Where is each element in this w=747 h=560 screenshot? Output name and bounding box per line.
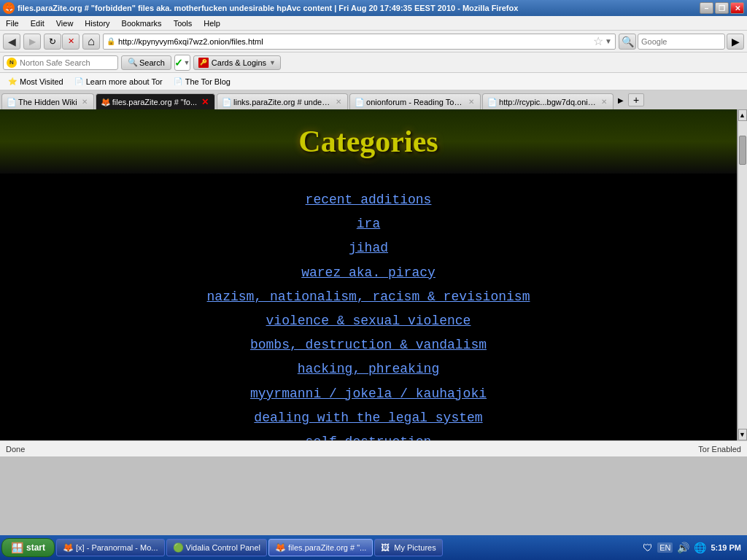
bookmark-learn-tor[interactable]: 📄 Learn more about Tor bbox=[69, 75, 167, 88]
start-label: start bbox=[26, 542, 45, 553]
tab-close-1[interactable]: ✕ bbox=[200, 96, 210, 108]
tab-title-2: links.paraZite.org # underg... bbox=[233, 98, 331, 106]
back-button[interactable]: ◀ bbox=[3, 34, 20, 50]
checkmark-icon: ✓ bbox=[174, 57, 183, 69]
tab-favicon-0: 📄 bbox=[7, 98, 15, 106]
cards-icon: 🔑 bbox=[198, 58, 209, 68]
taskbar-icon-0: 🦊 bbox=[63, 542, 73, 553]
check-dropdown-icon[interactable]: ▼ bbox=[183, 59, 190, 66]
tab-close-0[interactable]: ✕ bbox=[80, 97, 89, 106]
tab-0[interactable]: 📄 The Hidden Wiki ✕ bbox=[1, 93, 94, 109]
browser-content: Categories recent additions ira jihad wa… bbox=[0, 109, 747, 440]
start-button[interactable]: 🪟 start bbox=[1, 538, 55, 557]
home-button[interactable]: ⌂ bbox=[82, 34, 100, 50]
tab-close-2[interactable]: ✕ bbox=[334, 97, 343, 106]
cards-logins-label: Cards & Logins bbox=[212, 58, 266, 67]
taskbar-icon-3: 🖼 bbox=[381, 542, 391, 553]
taskbar-item-0[interactable]: 🦊 [x] - Paranormal - Mo... bbox=[56, 539, 164, 556]
tab-1[interactable]: 🦊 files.paraZite.org # "fo... ✕ bbox=[96, 93, 215, 109]
tray-language: EN bbox=[657, 542, 673, 553]
window-controls: – ❐ ✕ bbox=[700, 2, 744, 14]
bookmarks-bar: ⭐ Most Visited 📄 Learn more about Tor 📄 … bbox=[0, 73, 747, 90]
learn-tor-icon: 📄 bbox=[74, 77, 84, 87]
norton-search-box: N bbox=[3, 55, 118, 70]
tab-title-3: onionforum - Reading Topic... bbox=[366, 98, 464, 106]
taskbar-label-1: Vidalia Control Panel bbox=[186, 543, 261, 552]
bookmark-label-1: Learn more about Tor bbox=[86, 77, 163, 86]
page-header: Categories bbox=[0, 109, 737, 174]
tab-4[interactable]: 📄 http://rcypic...bgw7dq.onion/ ✕ bbox=[482, 93, 614, 109]
taskbar-item-2[interactable]: 🦊 files.paraZite.org # "... bbox=[268, 539, 373, 556]
taskbar: 🪟 start 🦊 [x] - Paranormal - Mo... 🟢 Vid… bbox=[0, 535, 747, 560]
bookmark-most-visited[interactable]: ⭐ Most Visited bbox=[3, 75, 68, 88]
bookmark-tor-blog[interactable]: 📄 The Tor Blog bbox=[169, 75, 235, 88]
window-title: files.paraZite.org # "forbidden" files a… bbox=[18, 4, 518, 12]
tor-enabled-text: Tor Enabled bbox=[698, 445, 741, 454]
taskbar-item-1[interactable]: 🟢 Vidalia Control Panel bbox=[166, 539, 268, 556]
link-warez[interactable]: warez aka. piracy bbox=[301, 261, 436, 285]
minimize-button[interactable]: – bbox=[700, 2, 713, 14]
menu-view[interactable]: View bbox=[53, 18, 77, 29]
scroll-track[interactable] bbox=[738, 121, 747, 429]
cards-logins-button[interactable]: 🔑 Cards & Logins ▼ bbox=[193, 55, 281, 70]
tab-2[interactable]: 📄 links.paraZite.org # underg... ✕ bbox=[217, 93, 348, 109]
link-self-destruction[interactable]: self-destruction bbox=[306, 430, 432, 440]
address-bar[interactable]: 🔒 ☆ ▼ bbox=[103, 34, 616, 50]
link-jihad[interactable]: jihad bbox=[349, 236, 388, 260]
tab-close-3[interactable]: ✕ bbox=[467, 97, 476, 106]
address-input[interactable] bbox=[118, 37, 593, 46]
close-button[interactable]: ✕ bbox=[730, 2, 744, 14]
tab-3[interactable]: 📄 onionforum - Reading Topic... ✕ bbox=[349, 93, 481, 109]
scrollbar: ▲ ▼ bbox=[737, 109, 747, 440]
search-button-go[interactable]: ▶ bbox=[727, 34, 744, 50]
address-dropdown-icon[interactable]: ▼ bbox=[605, 37, 612, 45]
green-check-button[interactable]: ✓ ▼ bbox=[174, 55, 190, 71]
tray-network-icon: 🌐 bbox=[694, 542, 706, 553]
restore-button[interactable]: ❐ bbox=[715, 2, 729, 14]
taskbar-items: 🦊 [x] - Paranormal - Mo... 🟢 Vidalia Con… bbox=[56, 539, 637, 556]
taskbar-label-3: My Pictures bbox=[394, 543, 436, 552]
menu-bar: File Edit View History Bookmarks Tools H… bbox=[0, 16, 747, 31]
tab-title-1: files.paraZite.org # "fo... bbox=[112, 98, 197, 106]
link-myyrmanni[interactable]: myyrmanni / jokela / kauhajoki bbox=[250, 382, 487, 406]
link-recent-additions[interactable]: recent additions bbox=[306, 188, 432, 212]
link-hacking[interactable]: hacking, phreaking bbox=[298, 357, 439, 381]
menu-tools[interactable]: Tools bbox=[171, 18, 196, 29]
scroll-down-button[interactable]: ▼ bbox=[738, 429, 747, 440]
tab-title-4: http://rcypic...bgw7dq.onion/ bbox=[499, 98, 597, 106]
stop-button[interactable]: ✕ bbox=[62, 34, 80, 50]
tab-close-4[interactable]: ✕ bbox=[600, 97, 608, 106]
menu-file[interactable]: File bbox=[3, 18, 22, 29]
refresh-button[interactable]: ↻ bbox=[44, 34, 61, 50]
scroll-thumb[interactable] bbox=[739, 136, 746, 165]
scroll-up-button[interactable]: ▲ bbox=[738, 109, 747, 121]
link-ira[interactable]: ira bbox=[357, 212, 380, 236]
link-violence[interactable]: violence & sexual violence bbox=[266, 309, 471, 333]
search-button[interactable]: 🔍 Search bbox=[121, 55, 171, 70]
link-nazism[interactable]: nazism, nationalism, racism & revisionis… bbox=[207, 285, 530, 309]
status-text: Done bbox=[6, 445, 25, 454]
most-visited-icon: ⭐ bbox=[7, 77, 18, 87]
search-engine-icon[interactable]: 🔍 bbox=[619, 34, 636, 50]
norton-icon: N bbox=[7, 58, 17, 68]
app-icon: 🦊 bbox=[3, 2, 15, 14]
taskbar-item-3[interactable]: 🖼 My Pictures bbox=[374, 539, 442, 556]
link-legal[interactable]: dealing with the legal system bbox=[254, 406, 482, 430]
search-bar: N 🔍 Search ✓ ▼ 🔑 Cards & Logins ▼ bbox=[0, 52, 747, 73]
menu-edit[interactable]: Edit bbox=[28, 18, 47, 29]
menu-help[interactable]: Help bbox=[201, 18, 223, 29]
nav-bar: ◀ ▶ ↻ ✕ ⌂ 🔒 ☆ ▼ 🔍 ▶ bbox=[0, 31, 747, 52]
system-tray: 🛡 EN 🔊 🌐 5:19 PM bbox=[638, 542, 746, 553]
tab-favicon-1: 🦊 bbox=[101, 98, 109, 106]
tab-favicon-4: 📄 bbox=[487, 98, 496, 106]
browser-search-input[interactable] bbox=[638, 34, 725, 50]
bookmark-star-icon[interactable]: ☆ bbox=[593, 34, 603, 48]
norton-search-input[interactable] bbox=[20, 58, 115, 67]
menu-history[interactable]: History bbox=[82, 18, 112, 29]
menu-bookmarks[interactable]: Bookmarks bbox=[119, 18, 165, 29]
link-bombs[interactable]: bombs, destruction & vandalism bbox=[250, 333, 487, 357]
new-tab-button[interactable]: + bbox=[628, 93, 644, 106]
tab-scroll-right[interactable]: ▶ bbox=[615, 93, 627, 106]
forward-button[interactable]: ▶ bbox=[23, 34, 41, 50]
bookmark-label-0: Most Visited bbox=[20, 77, 63, 86]
